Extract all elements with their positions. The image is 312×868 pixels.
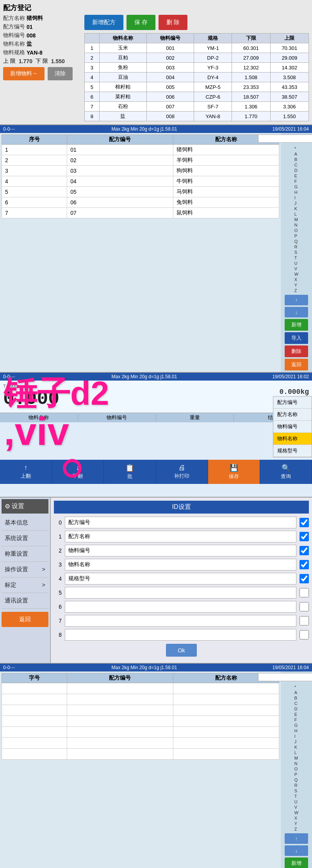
table-row[interactable]: 7 07 鼠饲料 <box>2 208 279 218</box>
s3-btn-batch[interactable]: 📋 批 <box>104 460 156 484</box>
s3-btn-reprint[interactable]: 🖨 补打印 <box>156 460 208 484</box>
table-row[interactable]: 4 豆油 004 DY-4 1.508 3.508 <box>85 73 309 82</box>
id-checkbox-6[interactable] <box>300 602 309 611</box>
s2-header-left: 0-0-← <box>3 126 16 132</box>
s3-btn-save-label: 保存 <box>229 473 239 480</box>
table-row[interactable]: 2 豆粕 002 DP-2 27.009 29.009 <box>85 53 309 63</box>
id-input-5[interactable] <box>65 587 296 599</box>
table-row[interactable]: 6 菜籽粕 006 CZP-6 18.507 38.507 <box>85 92 309 102</box>
id-checkbox-5[interactable] <box>300 588 309 597</box>
s3-btn-save[interactable]: 💾 保存 <box>208 460 260 484</box>
id-input-7[interactable] <box>65 615 296 627</box>
s5-col-id: 配方编号 <box>67 673 173 683</box>
s5-up-button[interactable]: ↑ <box>285 833 308 844</box>
id-input-2[interactable] <box>65 545 296 556</box>
s5-search-input[interactable] <box>258 673 312 681</box>
dropdown-item-formula-id[interactable]: 配方编号 <box>273 397 312 409</box>
settings-main: ID设置 0 1 2 3 4 5 6 7 8 Ok <box>51 498 312 663</box>
s3-btn-down[interactable]: ↓ 下翻 <box>52 460 104 484</box>
id-input-3[interactable] <box>65 559 296 570</box>
dropdown-item-material-name[interactable]: 物料名称 <box>273 433 312 445</box>
new-formula-button[interactable]: 新增配方 <box>84 15 123 30</box>
id-checkbox-8[interactable] <box>300 630 309 639</box>
s5-sidebar: ✕ * A B C D E F G H I J K L M N O P Q <box>281 671 312 868</box>
s5-new-button[interactable]: 新增 <box>285 857 308 868</box>
s2-up-button[interactable]: ↑ <box>285 295 308 305</box>
material-id-label: 物料编号 <box>3 32 27 39</box>
material-spec-label: 物料规格 <box>3 49 27 56</box>
id-checkbox-0[interactable] <box>300 518 309 527</box>
settings-back-button[interactable]: 返回 <box>2 612 48 627</box>
id-settings-ok-button[interactable]: Ok <box>166 644 197 657</box>
table-row[interactable]: 3 鱼粉 003 YF-3 12.302 14.302 <box>85 63 309 73</box>
s2-new-button[interactable]: 新增 <box>285 319 308 331</box>
table-row[interactable]: 2 02 羊饲料 <box>2 155 279 166</box>
clear-button[interactable]: 清除 <box>48 67 73 80</box>
table-row[interactable]: 8 盐 008 YAN-8 1.770 1.550 <box>85 112 309 121</box>
weighing-panel: 锤子d2 ,viv ○ 0-0-← Max 2kg Min 20g d=1g j… <box>0 373 312 498</box>
s2-back-button[interactable]: 返回 <box>285 359 308 370</box>
s5-alpha-list: * A B C D E F G H I J K L M N O P Q R S <box>294 684 298 832</box>
id-input-6[interactable] <box>65 601 296 613</box>
table-row <box>2 683 279 694</box>
s2-import-button[interactable]: 导入 <box>285 332 308 344</box>
menu-communication[interactable]: 通讯设置 <box>2 593 48 609</box>
settings-title: ⚙ 设置 <box>2 499 48 514</box>
id-settings-row: 1 <box>54 531 309 542</box>
add-material-button[interactable]: 新增物料→ <box>3 67 45 80</box>
id-checkbox-7[interactable] <box>300 616 309 625</box>
s3-col-weight: 重量 <box>156 414 234 421</box>
table-row[interactable]: 6 06 兔饲料 <box>2 197 279 208</box>
menu-system-settings[interactable]: 系统设置 <box>2 531 48 546</box>
table-row[interactable]: 5 05 马饲料 <box>2 187 279 197</box>
s3-btn-down-label: 下翻 <box>73 473 83 480</box>
down-icon: ↓ <box>76 464 80 472</box>
id-input-0[interactable] <box>65 517 296 528</box>
formula-list-panel: 0-0-← Max 2kg Min 20g d=1g j1.58.01 19/0… <box>0 125 312 373</box>
s5-col-no: 字号 <box>2 673 67 683</box>
formula-id-value: 01 <box>27 24 33 30</box>
s3-btn-up[interactable]: ↑ 上翻 <box>0 460 52 484</box>
s5-down-button[interactable]: ↓ <box>285 845 308 856</box>
save-button[interactable]: 保 存 <box>127 15 155 30</box>
id-input-4[interactable] <box>65 573 296 585</box>
material-spec-value: YAN-8 <box>27 50 43 56</box>
formula-name-label: 配方名称 <box>3 15 27 22</box>
s2-search-input[interactable] <box>258 135 312 143</box>
id-settings-row: 2 <box>54 545 309 556</box>
section1-title: 配方登记 <box>3 3 309 12</box>
delete-button[interactable]: 删 除 <box>159 15 187 30</box>
table-row[interactable]: 3 03 狗饲料 <box>2 166 279 176</box>
table-row <box>2 727 279 738</box>
menu-calibration[interactable]: 标定 <box>2 577 48 593</box>
s3-table-header: 物料名称 物料编号 重量 结果 <box>0 413 312 422</box>
id-settings-row: 7 <box>54 615 309 627</box>
table-row[interactable]: 7 石粉 007 SF-7 1.306 3.306 <box>85 102 309 112</box>
dropdown-item-formula-name[interactable]: 配方名称 <box>273 409 312 421</box>
table-row[interactable]: 4 04 牛饲料 <box>2 176 279 187</box>
s3-header-mid: Max 2kg Min 20g d=1g j1.58.01 <box>112 374 177 379</box>
table-row[interactable]: 5 棉籽粕 005 MZP-5 23.353 43.353 <box>85 82 309 92</box>
id-checkbox-4[interactable] <box>300 574 309 583</box>
menu-operation-settings[interactable]: 操作设置 <box>2 562 48 577</box>
dropdown-item-spec[interactable]: 规格型号 <box>273 445 312 457</box>
id-input-8[interactable] <box>65 629 296 641</box>
formula-id-label: 配方编号 <box>3 23 27 30</box>
s5-table-area: 字号 配方编号 配方名称 <box>0 671 281 868</box>
table-row[interactable]: 1 玉米 001 YM-1 60.301 70.301 <box>85 43 309 53</box>
table-row[interactable]: 1 01 猪饲料 <box>2 145 279 155</box>
id-checkbox-2[interactable] <box>300 546 309 555</box>
id-checkbox-3[interactable] <box>300 560 309 569</box>
dropdown-item-material-id[interactable]: 物料编号 <box>273 421 312 433</box>
menu-weight-settings[interactable]: 称重设置 <box>2 546 48 562</box>
s2-delete-button[interactable]: 删除 <box>285 345 308 357</box>
id-checkbox-1[interactable] <box>300 532 309 541</box>
id-settings-row: 8 <box>54 629 309 641</box>
s2-down-button[interactable]: ↓ <box>285 307 308 317</box>
formula-name-value: 猪饲料 <box>27 15 43 22</box>
id-settings-row: 3 <box>54 559 309 570</box>
id-input-1[interactable] <box>65 531 296 542</box>
section1-right: 新增配方 保 存 删 除 物料名称 物料编号 规格 下限 上限 <box>84 15 309 121</box>
s3-btn-query[interactable]: 🔍 查询 <box>260 460 312 484</box>
menu-basic-info[interactable]: 基本信息 <box>2 515 48 531</box>
